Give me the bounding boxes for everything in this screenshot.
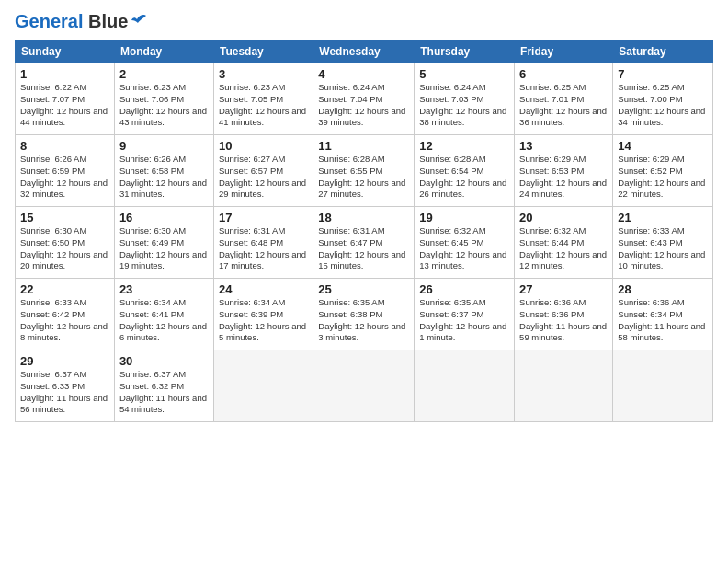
table-row: 21 Sunrise: 6:33 AMSunset: 6:43 PMDaylig… xyxy=(613,207,713,279)
day-info: Sunrise: 6:34 AMSunset: 6:39 PMDaylight:… xyxy=(219,297,308,344)
day-number: 9 xyxy=(119,139,209,153)
day-info: Sunrise: 6:26 AMSunset: 6:58 PMDaylight:… xyxy=(119,154,209,201)
table-row: 25 Sunrise: 6:35 AMSunset: 6:38 PMDaylig… xyxy=(313,279,415,350)
table-row xyxy=(415,350,515,422)
day-number: 1 xyxy=(20,67,109,81)
calendar-row: 8 Sunrise: 6:26 AMSunset: 6:59 PMDayligh… xyxy=(16,135,713,207)
table-row: 16 Sunrise: 6:30 AMSunset: 6:49 PMDaylig… xyxy=(114,207,213,279)
day-number: 15 xyxy=(20,211,109,224)
table-row: 11 Sunrise: 6:28 AMSunset: 6:55 PMDaylig… xyxy=(313,135,415,207)
calendar-table: Sunday Monday Tuesday Wednesday Thursday… xyxy=(15,40,713,422)
table-row: 13 Sunrise: 6:29 AMSunset: 6:53 PMDaylig… xyxy=(515,135,613,207)
day-info: Sunrise: 6:31 AMSunset: 6:48 PMDaylight:… xyxy=(219,225,308,272)
table-row: 4 Sunrise: 6:24 AMSunset: 7:04 PMDayligh… xyxy=(313,63,415,135)
day-number: 23 xyxy=(119,282,209,296)
col-sunday: Sunday xyxy=(16,40,115,63)
calendar-row: 22 Sunrise: 6:33 AMSunset: 6:42 PMDaylig… xyxy=(16,279,713,350)
table-row: 7 Sunrise: 6:25 AMSunset: 7:00 PMDayligh… xyxy=(613,63,713,135)
page-header: General Blue xyxy=(15,11,713,32)
day-number: 11 xyxy=(318,139,409,153)
day-number: 5 xyxy=(419,67,509,81)
calendar-row: 15 Sunrise: 6:30 AMSunset: 6:50 PMDaylig… xyxy=(16,207,713,279)
table-row: 30 Sunrise: 6:37 AMSunset: 6:32 PMDaylig… xyxy=(114,350,213,422)
table-row: 1 Sunrise: 6:22 AMSunset: 7:07 PMDayligh… xyxy=(16,63,115,135)
day-number: 24 xyxy=(219,282,308,296)
day-number: 28 xyxy=(618,282,708,296)
table-row: 5 Sunrise: 6:24 AMSunset: 7:03 PMDayligh… xyxy=(415,63,515,135)
day-info: Sunrise: 6:23 AMSunset: 7:06 PMDaylight:… xyxy=(119,82,209,129)
col-wednesday: Wednesday xyxy=(313,40,415,63)
day-number: 3 xyxy=(219,67,308,81)
day-number: 10 xyxy=(219,139,308,153)
table-row: 10 Sunrise: 6:27 AMSunset: 6:57 PMDaylig… xyxy=(213,135,313,207)
day-info: Sunrise: 6:22 AMSunset: 7:07 PMDaylight:… xyxy=(20,82,109,129)
col-saturday: Saturday xyxy=(613,40,713,63)
table-row: 22 Sunrise: 6:33 AMSunset: 6:42 PMDaylig… xyxy=(16,279,115,350)
day-number: 22 xyxy=(20,282,109,296)
day-info: Sunrise: 6:33 AMSunset: 6:42 PMDaylight:… xyxy=(20,297,109,344)
day-info: Sunrise: 6:35 AMSunset: 6:37 PMDaylight:… xyxy=(419,297,509,344)
day-number: 12 xyxy=(419,139,509,153)
day-number: 16 xyxy=(119,211,209,224)
table-row xyxy=(313,350,415,422)
table-row: 29 Sunrise: 6:37 AMSunset: 6:33 PMDaylig… xyxy=(16,350,115,422)
day-info: Sunrise: 6:34 AMSunset: 6:41 PMDaylight:… xyxy=(119,297,209,344)
col-thursday: Thursday xyxy=(415,40,515,63)
day-info: Sunrise: 6:25 AMSunset: 7:00 PMDaylight:… xyxy=(618,82,708,129)
table-row: 6 Sunrise: 6:25 AMSunset: 7:01 PMDayligh… xyxy=(515,63,613,135)
table-row: 23 Sunrise: 6:34 AMSunset: 6:41 PMDaylig… xyxy=(114,279,213,350)
day-info: Sunrise: 6:24 AMSunset: 7:04 PMDaylight:… xyxy=(318,82,409,129)
day-info: Sunrise: 6:28 AMSunset: 6:55 PMDaylight:… xyxy=(318,154,409,201)
day-info: Sunrise: 6:33 AMSunset: 6:43 PMDaylight:… xyxy=(618,225,708,272)
calendar-row: 29 Sunrise: 6:37 AMSunset: 6:33 PMDaylig… xyxy=(16,350,713,422)
day-info: Sunrise: 6:36 AMSunset: 6:36 PMDaylight:… xyxy=(519,297,608,344)
day-number: 25 xyxy=(318,282,409,296)
table-row: 28 Sunrise: 6:36 AMSunset: 6:34 PMDaylig… xyxy=(613,279,713,350)
day-info: Sunrise: 6:30 AMSunset: 6:50 PMDaylight:… xyxy=(20,225,109,272)
day-info: Sunrise: 6:30 AMSunset: 6:49 PMDaylight:… xyxy=(119,225,209,272)
day-number: 7 xyxy=(618,67,708,81)
day-number: 30 xyxy=(119,354,209,368)
day-info: Sunrise: 6:32 AMSunset: 6:44 PMDaylight:… xyxy=(519,225,608,272)
day-number: 6 xyxy=(519,67,608,81)
col-monday: Monday xyxy=(114,40,213,63)
logo-text: General Blue xyxy=(15,11,128,32)
day-number: 21 xyxy=(618,211,708,224)
table-row: 19 Sunrise: 6:32 AMSunset: 6:45 PMDaylig… xyxy=(415,207,515,279)
logo: General Blue xyxy=(15,11,150,32)
table-row: 3 Sunrise: 6:23 AMSunset: 7:05 PMDayligh… xyxy=(213,63,313,135)
day-number: 27 xyxy=(519,282,608,296)
day-number: 26 xyxy=(419,282,509,296)
day-info: Sunrise: 6:24 AMSunset: 7:03 PMDaylight:… xyxy=(419,82,509,129)
day-info: Sunrise: 6:35 AMSunset: 6:38 PMDaylight:… xyxy=(318,297,409,344)
table-row xyxy=(613,350,713,422)
day-info: Sunrise: 6:28 AMSunset: 6:54 PMDaylight:… xyxy=(419,154,509,201)
col-tuesday: Tuesday xyxy=(213,40,313,63)
day-info: Sunrise: 6:25 AMSunset: 7:01 PMDaylight:… xyxy=(519,82,608,129)
table-row: 18 Sunrise: 6:31 AMSunset: 6:47 PMDaylig… xyxy=(313,207,415,279)
table-row: 8 Sunrise: 6:26 AMSunset: 6:59 PMDayligh… xyxy=(16,135,115,207)
table-row: 14 Sunrise: 6:29 AMSunset: 6:52 PMDaylig… xyxy=(613,135,713,207)
table-row xyxy=(515,350,613,422)
table-row: 20 Sunrise: 6:32 AMSunset: 6:44 PMDaylig… xyxy=(515,207,613,279)
table-row: 24 Sunrise: 6:34 AMSunset: 6:39 PMDaylig… xyxy=(213,279,313,350)
day-number: 4 xyxy=(318,67,409,81)
day-number: 2 xyxy=(119,67,209,81)
day-info: Sunrise: 6:37 AMSunset: 6:32 PMDaylight:… xyxy=(119,369,209,416)
day-info: Sunrise: 6:37 AMSunset: 6:33 PMDaylight:… xyxy=(20,369,109,416)
day-info: Sunrise: 6:27 AMSunset: 6:57 PMDaylight:… xyxy=(219,154,308,201)
day-number: 18 xyxy=(318,211,409,224)
table-row: 2 Sunrise: 6:23 AMSunset: 7:06 PMDayligh… xyxy=(114,63,213,135)
day-info: Sunrise: 6:36 AMSunset: 6:34 PMDaylight:… xyxy=(618,297,708,344)
calendar-header-row: Sunday Monday Tuesday Wednesday Thursday… xyxy=(16,40,713,63)
day-number: 20 xyxy=(519,211,608,224)
col-friday: Friday xyxy=(515,40,613,63)
table-row: 17 Sunrise: 6:31 AMSunset: 6:48 PMDaylig… xyxy=(213,207,313,279)
table-row: 27 Sunrise: 6:36 AMSunset: 6:36 PMDaylig… xyxy=(515,279,613,350)
day-number: 8 xyxy=(20,139,109,153)
calendar-row: 1 Sunrise: 6:22 AMSunset: 7:07 PMDayligh… xyxy=(16,63,713,135)
day-info: Sunrise: 6:32 AMSunset: 6:45 PMDaylight:… xyxy=(419,225,509,272)
table-row: 12 Sunrise: 6:28 AMSunset: 6:54 PMDaylig… xyxy=(415,135,515,207)
day-number: 13 xyxy=(519,139,608,153)
table-row: 26 Sunrise: 6:35 AMSunset: 6:37 PMDaylig… xyxy=(415,279,515,350)
